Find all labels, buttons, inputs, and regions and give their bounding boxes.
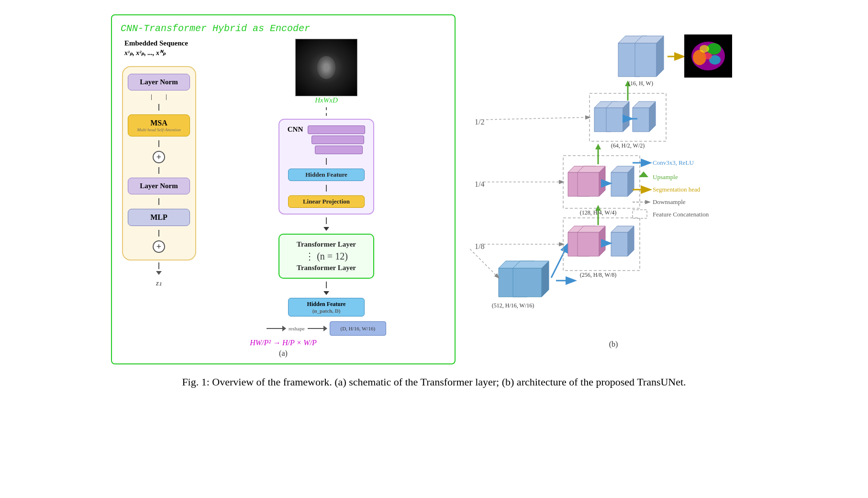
arrow-line-2: [158, 140, 159, 147]
arrow-line-5: [158, 230, 159, 237]
arrow-down-transformer: [323, 291, 329, 295]
svg-marker-12: [611, 232, 628, 256]
reshape-row: reshape (D, H/16, W/16): [267, 321, 386, 336]
formula-label: HW/P² → H/P × W/P: [121, 339, 446, 347]
cnn-layer-1: [308, 125, 365, 134]
part-b-container: (512, H/16, W/16): [470, 14, 757, 349]
layer-norm-1-box: Layer Norm: [128, 74, 190, 91]
arrow-line-3: [158, 167, 159, 174]
cnn-layer-3: [315, 146, 363, 154]
cnn-arrow-line-2: [326, 185, 327, 192]
mlp-box: MLP: [128, 209, 190, 226]
svg-marker-3: [513, 268, 542, 297]
transformer-layer-top: Transformer Layer: [297, 240, 356, 249]
arrow-down-cnn: [323, 227, 329, 231]
figure-caption: Fig. 1: Overview of the framework. (a) s…: [182, 374, 686, 390]
svg-marker-21: [611, 172, 628, 196]
label-eighth: 1/8: [475, 242, 484, 250]
hxwxd-label: HxWxD: [315, 96, 337, 104]
legend: Conv3x3, ReLU Upsample Segmentation head…: [633, 159, 709, 218]
embedded-sequence-label: Embedded Sequence x¹ₚ, x²ₚ, ..., xᴺₚ: [124, 39, 188, 57]
linear-projection-box: Linear Projection: [288, 195, 365, 208]
cnn-arrow-line: [326, 158, 327, 165]
reshape-line: [267, 328, 286, 329]
plus-circle-2: +: [153, 240, 165, 253]
d-h16-w16-block: (D, H/16, W/16): [330, 321, 387, 336]
label-256: (256, H/8, W/8): [580, 272, 616, 278]
legend-upsample-text: Upsample: [653, 173, 678, 181]
part-a-wrapper: CNN-Transformer Hybrid as Encoder Embedd…: [111, 14, 456, 364]
transformer-layer-box: Transformer Layer ⋮ (n = 12) Transformer…: [278, 234, 374, 279]
label-128: (128, H/4, W/4): [580, 209, 616, 216]
label-quarter: 1/4: [475, 180, 484, 188]
svg-marker-9: [578, 232, 599, 256]
output-organ-5: [700, 45, 709, 53]
ct-image: [295, 39, 357, 96]
cnn-transformer-section: HxWxD CNN: [207, 39, 446, 336]
feature-16: [618, 36, 664, 77]
label-64: (64, H/2, W/2): [611, 142, 645, 149]
cnn-box: CNN Hidden Feature Linear Projection: [278, 119, 374, 215]
dashed-half: [482, 117, 590, 120]
arrow-line-1: [158, 104, 159, 111]
arrow-line-6: [158, 262, 159, 269]
part-a-sub-label: (a): [121, 349, 446, 358]
output-organ-6: [704, 53, 712, 59]
transformer-arrow: [326, 282, 327, 288]
svg-rect-43: [633, 210, 647, 218]
z1-label: z₁: [156, 279, 162, 287]
ct-image-container: HxWxD: [295, 39, 357, 104]
svg-marker-27: [606, 108, 623, 132]
plus-circle-1: +: [153, 151, 165, 163]
cnn-label: CNN: [288, 125, 303, 134]
svg-marker-40: [639, 171, 648, 177]
feature-512: [499, 261, 549, 297]
label-half: 1/2: [475, 118, 484, 126]
part-a-title: CNN-Transformer Hybrid as Encoder: [121, 23, 446, 34]
legend-feature-concat-text: Feature Concatenation: [653, 211, 709, 218]
arrow-512-256: [551, 244, 568, 278]
dashed-arrow-ct: [326, 107, 327, 116]
part-b-sub-label: (b): [609, 340, 618, 349]
part-a-inner: Embedded Sequence x¹ₚ, x²ₚ, ..., xᴺₚ Lay…: [121, 39, 446, 336]
svg-marker-38: [657, 36, 664, 77]
hidden-feature-output: Hidden Feature (n_patch, D): [288, 298, 365, 317]
upsample-arrow-128: [595, 144, 601, 149]
cnn-layers-row: CNN: [288, 125, 366, 154]
hidden-feature-box: Hidden Feature: [288, 169, 365, 181]
transformer-block: Embedded Sequence x¹ₚ, x²ₚ, ..., xᴺₚ Lay…: [121, 39, 197, 287]
cnn-layer-2: [312, 136, 364, 144]
arrow-down-1: [156, 271, 162, 275]
legend-downsample-text: Downsample: [653, 198, 686, 205]
dots-n12: ⋮ (n = 12): [305, 251, 348, 261]
svg-marker-18: [578, 172, 599, 196]
transformer-layer-bottom: Transformer Layer: [297, 264, 356, 272]
feature-128: [563, 156, 640, 208]
svg-marker-30: [633, 108, 649, 132]
svg-marker-36: [635, 43, 657, 77]
transformer-inner-box: Layer Norm MSA Multi head Self-Attention: [122, 66, 196, 260]
arrow-line-4: [158, 198, 159, 205]
embedded-math: x¹ₚ, x²ₚ, ..., xᴺₚ: [124, 49, 166, 57]
unet-diagram-svg: (512, H/16, W/16): [470, 14, 757, 340]
n-patch-d-label: (n_patch, D): [292, 308, 360, 314]
arrow-cnn-transformer: [326, 217, 327, 224]
feature-256: [563, 218, 640, 271]
main-container: CNN-Transformer Hybrid as Encoder Embedd…: [19, 14, 849, 390]
dashed-18: [470, 249, 499, 278]
layer-norm-2-box: Layer Norm: [128, 178, 190, 194]
label-16: (16, H, W): [628, 80, 653, 87]
ct-scan-visual: [296, 39, 357, 96]
msa-box: MSA Multi head Self-Attention: [128, 114, 190, 136]
reshape-label-text: reshape: [289, 326, 305, 331]
legend-conv-text: Conv3x3, ReLU: [653, 159, 694, 166]
label-512: (512, H/16, W/16): [492, 302, 534, 309]
reshape-line-2: [308, 328, 327, 329]
diagram-row: CNN-Transformer Hybrid as Encoder Embedd…: [19, 14, 849, 364]
legend-seghead-text: Segmentation head: [653, 186, 701, 193]
cnn-layers: [308, 125, 365, 154]
